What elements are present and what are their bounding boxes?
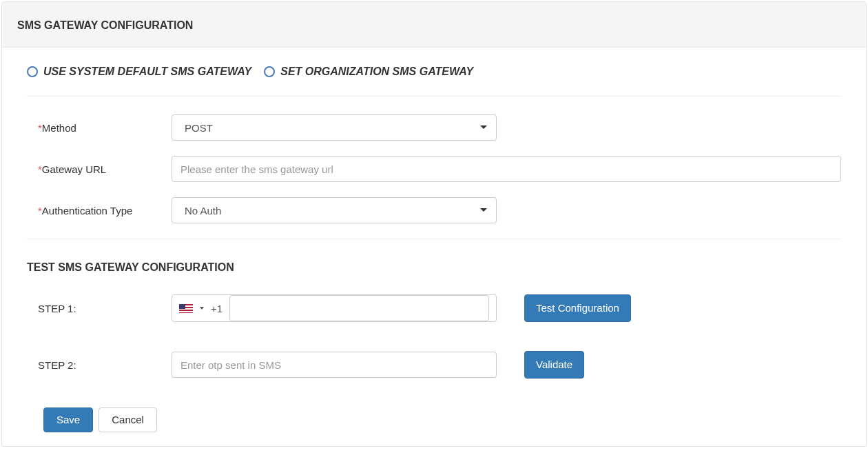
cancel-button[interactable]: Cancel <box>99 407 157 432</box>
radio-icon <box>27 66 38 77</box>
footer-buttons: Save Cancel <box>27 407 841 432</box>
save-button[interactable]: Save <box>43 407 93 432</box>
radio-icon <box>264 66 275 77</box>
method-label: *Method <box>27 122 172 134</box>
panel-title: SMS GATEWAY CONFIGURATION <box>17 19 851 32</box>
radio-set-org-label: SET ORGANIZATION SMS GATEWAY <box>280 66 473 78</box>
panel-header: SMS GATEWAY CONFIGURATION <box>2 2 866 48</box>
auth-type-select[interactable]: No Auth <box>172 197 497 223</box>
dial-code: +1 <box>211 303 223 314</box>
test-section-heading: TEST SMS GATEWAY CONFIGURATION <box>27 261 841 274</box>
method-row: *Method POST <box>27 114 841 141</box>
step1-label: STEP 1: <box>27 303 172 314</box>
sms-gateway-panel: SMS GATEWAY CONFIGURATION USE SYSTEM DEF… <box>1 1 867 447</box>
gateway-url-label: *Gateway URL <box>27 163 172 175</box>
chevron-down-icon[interactable] <box>200 307 204 310</box>
panel-body: USE SYSTEM DEFAULT SMS GATEWAY SET ORGAN… <box>2 48 866 446</box>
step1-row: STEP 1: +1 Test Configuration <box>27 294 841 322</box>
validate-button[interactable]: Validate <box>524 351 584 379</box>
auth-type-label: *Authentication Type <box>27 205 172 217</box>
gateway-mode-radios: USE SYSTEM DEFAULT SMS GATEWAY SET ORGAN… <box>27 66 841 97</box>
step2-row: STEP 2: Validate <box>27 351 841 379</box>
otp-input[interactable] <box>172 352 497 378</box>
gateway-url-input[interactable] <box>172 156 841 182</box>
method-select[interactable]: POST <box>172 114 497 141</box>
step2-label: STEP 2: <box>27 359 172 371</box>
radio-use-default[interactable]: USE SYSTEM DEFAULT SMS GATEWAY <box>27 66 251 78</box>
phone-number-input[interactable] <box>229 295 489 321</box>
us-flag-icon <box>179 304 193 313</box>
gateway-url-row: *Gateway URL <box>27 156 841 182</box>
phone-input-wrap[interactable]: +1 <box>172 294 497 322</box>
auth-type-row: *Authentication Type No Auth <box>27 197 841 223</box>
test-configuration-button[interactable]: Test Configuration <box>524 294 631 322</box>
radio-use-default-label: USE SYSTEM DEFAULT SMS GATEWAY <box>43 66 251 78</box>
divider <box>27 239 841 239</box>
radio-set-org[interactable]: SET ORGANIZATION SMS GATEWAY <box>264 66 473 78</box>
